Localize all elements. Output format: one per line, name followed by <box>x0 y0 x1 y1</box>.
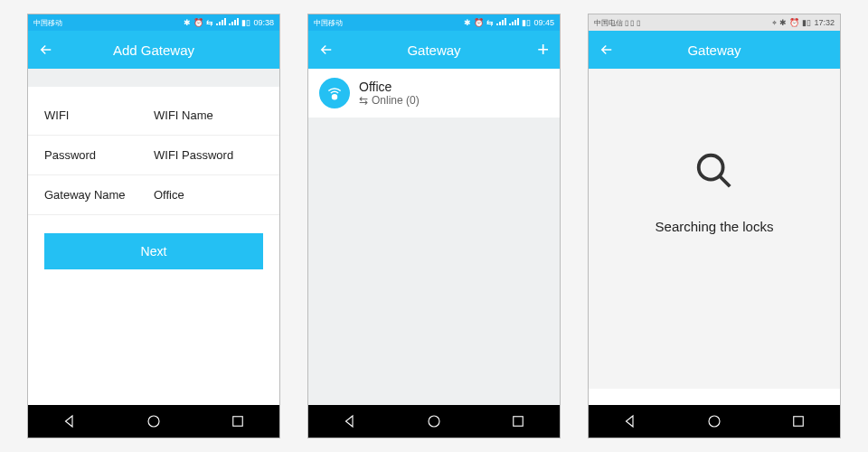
sync-icon: ⇆ <box>359 94 368 107</box>
content-area: WIFI WIFI Name Password WIFI Password Ga… <box>28 69 279 405</box>
gateway-name-label: Gateway Name <box>44 188 154 202</box>
svg-line-6 <box>720 176 731 187</box>
nav-home-icon[interactable] <box>706 413 722 429</box>
status-bar: 中国移动 ✱ ⏰ ⇆ ▮▯ 09:38 <box>28 14 279 31</box>
carrier-label: 中国电信 ▯ ▯ ▯ <box>594 18 640 28</box>
header: Gateway <box>589 31 840 69</box>
gateway-text: Office ⇆ Online (0) <box>359 80 420 107</box>
search-area: Searching the locks <box>589 69 840 234</box>
wifi-value: WIFI Name <box>154 108 263 122</box>
phone-screen-add-gateway: 中国移动 ✱ ⏰ ⇆ ▮▯ 09:38 Add Gateway WIFI WIF… <box>27 14 280 438</box>
location-icon: ⌖ <box>772 18 777 28</box>
alarm-icon: ⏰ <box>193 18 203 27</box>
header-title: Gateway <box>407 42 460 58</box>
phone-screen-searching: 中国电信 ▯ ▯ ▯ ⌖ ✱ ⏰ ▮▯ 17:32 Gateway Search… <box>588 14 841 438</box>
password-row[interactable]: Password WIFI Password <box>28 136 279 175</box>
svg-rect-8 <box>793 417 803 427</box>
gateway-icon <box>319 78 350 108</box>
carrier-label: 中国移动 <box>33 18 62 28</box>
gateway-list-item[interactable]: Office ⇆ Online (0) <box>308 69 560 118</box>
status-bar: 中国电信 ▯ ▯ ▯ ⌖ ✱ ⏰ ▮▯ 17:32 <box>589 14 840 31</box>
bluetooth-icon: ✱ <box>184 18 191 27</box>
svg-point-5 <box>699 155 723 180</box>
search-icon <box>693 150 735 192</box>
svg-point-3 <box>429 416 439 427</box>
nav-back-icon[interactable] <box>61 413 78 429</box>
nav-recent-icon[interactable] <box>510 413 526 429</box>
status-icons: ✱ ⏰ ⇆ ▮▯ 09:45 <box>464 18 554 27</box>
password-value: WIFI Password <box>154 148 263 162</box>
form: WIFI WIFI Name Password WIFI Password Ga… <box>28 87 279 287</box>
nav-home-icon[interactable] <box>146 413 162 429</box>
back-button[interactable] <box>589 42 625 58</box>
back-button[interactable] <box>28 42 64 58</box>
searching-text: Searching the locks <box>656 219 774 234</box>
header-title: Gateway <box>687 42 741 58</box>
gateway-name: Office <box>359 80 420 94</box>
status-time: 09:45 <box>533 18 554 27</box>
alarm-icon: ⏰ <box>789 18 799 27</box>
wifi-label: WIFI <box>44 108 154 122</box>
nav-back-icon[interactable] <box>342 413 358 429</box>
gateway-status: ⇆ Online (0) <box>359 94 420 107</box>
wifi-icon: ⇆ <box>206 18 213 27</box>
svg-point-7 <box>709 416 720 427</box>
svg-point-0 <box>148 416 159 427</box>
battery-icon: ▮▯ <box>802 18 811 27</box>
signal-icon-2 <box>229 18 239 27</box>
add-button[interactable]: + <box>537 38 549 61</box>
alarm-icon: ⏰ <box>474 18 484 27</box>
next-button[interactable]: Next <box>44 233 263 269</box>
android-nav-bar <box>589 405 840 438</box>
signal-icon-2 <box>509 18 519 27</box>
status-icons: ✱ ⏰ ⇆ ▮▯ 09:38 <box>184 18 274 27</box>
android-nav-bar <box>308 405 560 438</box>
battery-icon: ▮▯ <box>522 18 531 27</box>
nav-back-icon[interactable] <box>622 413 638 429</box>
svg-rect-4 <box>513 417 523 427</box>
gateway-name-value: Office <box>154 188 263 202</box>
status-icons: ⌖ ✱ ⏰ ▮▯ 17:32 <box>772 18 835 28</box>
carrier-label: 中国移动 <box>314 18 343 28</box>
content-area: Searching the locks <box>589 69 840 389</box>
phone-screen-gateway-list: 中国移动 ✱ ⏰ ⇆ ▮▯ 09:45 Gateway + <box>307 14 561 438</box>
nav-recent-icon[interactable] <box>230 413 246 429</box>
android-nav-bar <box>28 405 279 438</box>
signal-icon <box>216 18 226 27</box>
back-button[interactable] <box>308 42 344 58</box>
header: Add Gateway <box>28 31 279 69</box>
status-time: 17:32 <box>814 18 835 27</box>
svg-rect-1 <box>232 417 242 427</box>
bluetooth-icon: ✱ <box>464 18 471 27</box>
bluetooth-icon: ✱ <box>779 18 787 27</box>
header-title: Add Gateway <box>113 42 194 58</box>
svg-point-2 <box>333 95 337 99</box>
content-area: Office ⇆ Online (0) <box>308 69 560 405</box>
nav-recent-icon[interactable] <box>790 413 807 429</box>
gateway-name-row[interactable]: Gateway Name Office <box>28 175 279 215</box>
password-label: Password <box>44 148 154 162</box>
wifi-row[interactable]: WIFI WIFI Name <box>28 96 279 136</box>
nav-home-icon[interactable] <box>426 413 442 429</box>
status-time: 09:38 <box>253 18 274 27</box>
header: Gateway + <box>308 31 560 69</box>
status-bar: 中国移动 ✱ ⏰ ⇆ ▮▯ 09:45 <box>308 14 560 31</box>
signal-icon <box>496 18 506 27</box>
battery-icon: ▮▯ <box>241 18 250 27</box>
wifi-icon: ⇆ <box>486 18 494 27</box>
